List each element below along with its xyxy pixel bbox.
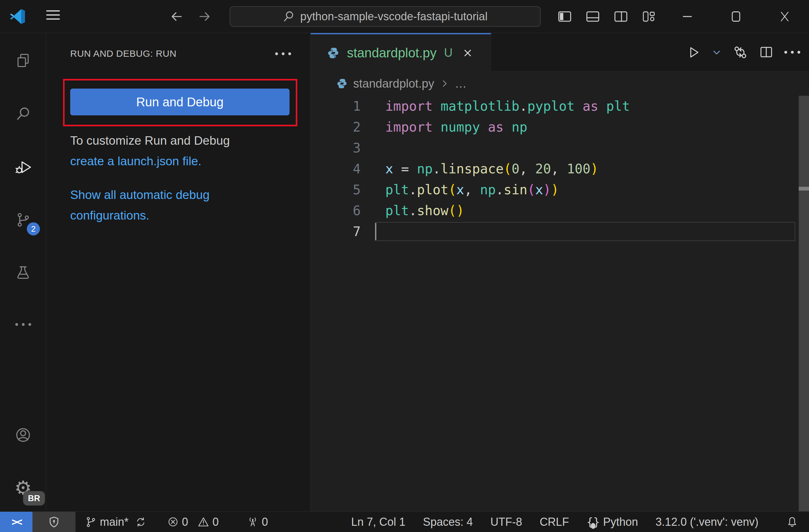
customize-hint: To customize Run and Debug create a laun… — [70, 130, 295, 172]
editor-group: standardplot.py U — [311, 33, 809, 511]
git-branch-icon — [85, 516, 97, 528]
indentation-item[interactable]: Spaces: 4 — [423, 515, 473, 529]
ports-count: 0 — [262, 515, 268, 529]
breadcrumb-file[interactable]: standardplot.py — [353, 77, 434, 90]
scrollbar-slider[interactable] — [799, 96, 809, 511]
remote-indicator[interactable]: >< — [0, 512, 32, 532]
settings-button[interactable]: ⚙ BR — [0, 473, 46, 503]
remote-icon: >< — [12, 516, 21, 528]
cursor-position-item[interactable]: Ln 7, Col 1 — [351, 515, 405, 529]
close-window-button[interactable] — [760, 0, 809, 33]
ellipsis-icon — [275, 52, 291, 55]
sidebar-item-explorer[interactable] — [0, 46, 46, 76]
search-icon — [15, 106, 31, 122]
indent-label: Spaces: 4 — [423, 515, 473, 529]
toggle-primary-sidebar-icon[interactable] — [551, 0, 579, 33]
code-line-4[interactable]: 4x = np.linspace(0, 20, 100) — [311, 158, 809, 179]
tab-close-icon[interactable] — [462, 48, 473, 59]
eol-item[interactable]: CRLF — [540, 515, 569, 529]
views-more-actions-button[interactable] — [275, 44, 291, 63]
accounts-button[interactable] — [0, 420, 46, 450]
sidebar-item-testing[interactable] — [0, 258, 46, 288]
branch-name: main* — [100, 515, 128, 529]
toggle-secondary-sidebar-icon[interactable] — [607, 0, 635, 33]
account-icon — [15, 427, 32, 443]
workspace-trust-button[interactable] — [32, 512, 75, 532]
sidebar-item-run-debug[interactable] — [0, 152, 46, 182]
split-editor-icon[interactable] — [759, 45, 774, 60]
problems-item[interactable]: 0 0 — [167, 515, 219, 529]
show-configurations: Show all automatic debug configurations. — [70, 184, 295, 226]
debug-icon — [15, 158, 32, 175]
line-number[interactable]: 7 — [311, 224, 361, 239]
line-number[interactable]: 3 — [311, 140, 361, 156]
language-mode-item[interactable]: {} Python — [587, 515, 638, 529]
maximize-button[interactable] — [712, 0, 760, 33]
eol-label: CRLF — [540, 515, 569, 529]
tab-standardplot[interactable]: standardplot.py U — [311, 33, 491, 71]
run-python-file-button[interactable] — [686, 45, 701, 59]
ports-item[interactable]: 0 — [247, 515, 268, 529]
forward-arrow-button[interactable] — [195, 7, 214, 26]
editor-scrollbar — [799, 96, 809, 511]
profile-badge: BR — [23, 491, 45, 506]
run-and-debug-button[interactable]: Run and Debug — [70, 89, 290, 116]
back-arrow-button[interactable] — [167, 7, 186, 26]
line-number[interactable]: 6 — [311, 203, 361, 218]
activity-bar: 2 ⚙ BR — [0, 33, 46, 511]
code-line-2[interactable]: 2import numpy as np — [311, 117, 809, 138]
git-branch-item[interactable]: main* — [85, 515, 147, 529]
menu-hamburger-icon[interactable] — [46, 10, 60, 20]
encoding-item[interactable]: UTF-8 — [490, 515, 522, 529]
code-lines: 1import matplotlib.pyplot as plt2import … — [311, 96, 809, 242]
breadcrumb-more[interactable]: … — [455, 77, 467, 90]
interpreter-label: 3.12.0 ('.venv': venv) — [655, 515, 758, 529]
line-col: Ln 7, Col 1 — [351, 515, 405, 529]
code-text: plt.plot(x, np.sin(x)) — [385, 182, 559, 197]
sidebar-item-search[interactable] — [0, 99, 46, 129]
ellipsis-icon — [15, 323, 31, 326]
code-text: x = np.linspace(0, 20, 100) — [385, 161, 598, 177]
open-changes-icon[interactable] — [733, 45, 748, 60]
code-line-5[interactable]: 5plt.plot(x, np.sin(x)) — [311, 179, 809, 200]
vscode-logo-icon — [10, 8, 25, 25]
minimize-button[interactable] — [663, 0, 712, 33]
ellipsis-icon — [784, 51, 800, 54]
customize-layout-icon[interactable] — [635, 0, 663, 33]
line-number[interactable]: 4 — [311, 161, 361, 177]
vscode-window: python-sample-vscode-fastapi-tutorial — [0, 0, 809, 532]
code-area[interactable]: 1import matplotlib.pyplot as plt2import … — [311, 96, 809, 511]
code-line-7[interactable]: 7 — [311, 221, 809, 242]
show-configs-link-line1[interactable]: Show all automatic debug — [70, 184, 295, 205]
editor-more-actions-icon[interactable] — [784, 51, 800, 54]
code-line-1[interactable]: 1import matplotlib.pyplot as plt — [311, 96, 809, 117]
shield-icon — [48, 516, 60, 528]
python-interpreter-item[interactable]: 3.12.0 ('.venv': venv) — [655, 515, 758, 529]
code-text: import matplotlib.pyplot as plt — [385, 99, 630, 114]
command-center-search[interactable]: python-sample-vscode-fastapi-tutorial — [230, 6, 541, 27]
scm-badge: 2 — [27, 222, 40, 235]
sidebar-item-source-control[interactable]: 2 — [0, 205, 46, 235]
toggle-panel-icon[interactable] — [579, 0, 607, 33]
status-bar: >< main* 0 0 — [0, 511, 809, 532]
code-text: import numpy as np — [385, 120, 527, 135]
code-line-6[interactable]: 6plt.show() — [311, 200, 809, 221]
encoding-label: UTF-8 — [490, 515, 522, 529]
bell-icon — [786, 516, 798, 528]
code-line-3[interactable]: 3 — [311, 138, 809, 158]
hint-text: To customize Run and Debug — [70, 130, 295, 151]
line-number[interactable]: 1 — [311, 99, 361, 114]
tab-label: standardplot.py — [347, 46, 436, 60]
line-number[interactable]: 5 — [311, 182, 361, 197]
files-icon — [15, 53, 31, 69]
language-label: Python — [603, 515, 638, 529]
sync-icon — [135, 516, 147, 528]
chevron-right-icon — [440, 79, 449, 88]
show-configs-link-line2[interactable]: configurations. — [70, 205, 295, 226]
launch-json-link[interactable]: create a launch.json file. — [70, 151, 295, 172]
line-number[interactable]: 2 — [311, 120, 361, 135]
additional-views-button[interactable] — [0, 309, 46, 339]
flask-icon — [15, 265, 31, 281]
notifications-bell-button[interactable] — [786, 516, 798, 528]
run-dropdown-chevron-icon[interactable] — [711, 47, 722, 58]
